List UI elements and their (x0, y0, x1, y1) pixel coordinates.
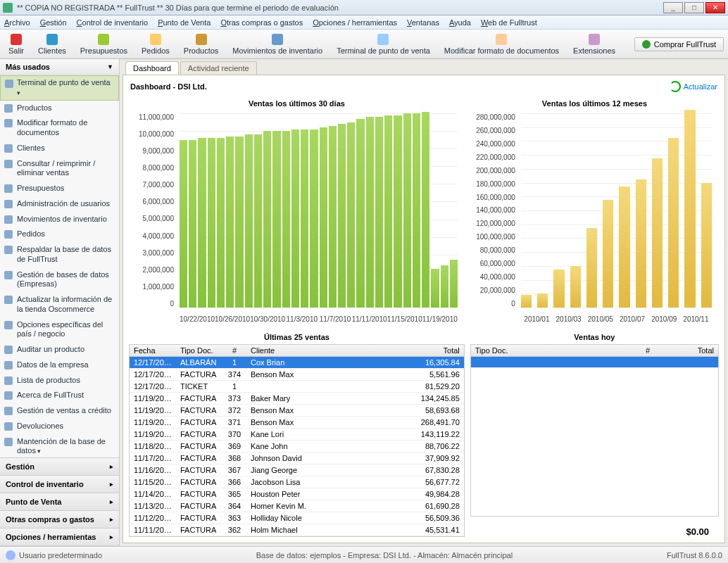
bar (403, 113, 411, 308)
sidebar-item[interactable]: Acerca de FullTrust (0, 388, 119, 403)
chart-30-plot: 11,000,00010,000,0009,000,0008,000,0007,… (129, 110, 465, 327)
bar (603, 200, 613, 308)
bar (338, 124, 346, 308)
table-row[interactable]: 12/17/2010ALBARÁN1Cox Brian16,305.84 (130, 357, 464, 369)
table-row[interactable]: 11/11/2010FACTURA362Holm Michael45,531.4… (130, 524, 464, 536)
bar (217, 138, 225, 308)
user-icon (6, 550, 15, 560)
accordion-gesti-n[interactable]: Gestión▸ (0, 458, 119, 476)
table-row[interactable]: 11/10/2010FACTURA361Holt Holly52,039.48 (130, 536, 464, 537)
tab-actividad-reciente[interactable]: Actividad reciente (180, 61, 257, 75)
toolbar-format[interactable]: Modificar formato de documentos (440, 32, 563, 56)
sidebar-item[interactable]: Mantención de la base de datos ▾ (0, 434, 119, 458)
orders-icon (150, 34, 161, 45)
table-row[interactable]: 11/12/2010FACTURA363Holliday Nicole56,50… (130, 512, 464, 524)
cart-icon (642, 40, 651, 49)
table-hoy-body[interactable] (470, 357, 719, 517)
sidebar-item[interactable]: Administración de usuarios (0, 196, 119, 212)
title-bar: ** COPIA NO REGISTRADA ** FullTrust ** 3… (0, 0, 728, 15)
table-row[interactable] (471, 357, 718, 368)
menu-control-de-inventario[interactable]: Control de inventario (77, 18, 149, 27)
sidebar-item[interactable]: Productos (0, 101, 119, 116)
bar (272, 131, 280, 308)
table-row[interactable]: 11/13/2010FACTURA364Homer Kevin M.61,690… (130, 500, 464, 512)
bar (263, 131, 271, 308)
bar (384, 115, 392, 308)
menu-ventanas[interactable]: Ventanas (407, 18, 439, 27)
menu-otras-compras-o-gastos[interactable]: Otras compras o gastos (220, 18, 303, 27)
bar (301, 129, 308, 308)
bar (366, 117, 374, 308)
sidebar-item[interactable]: Pedidos (0, 227, 119, 242)
table-row[interactable]: 11/19/2010FACTURA373Baker Mary134,245.85 (130, 393, 464, 405)
buy-fulltrust-button[interactable]: Comprar FullTrust (634, 37, 724, 51)
sidebar-item[interactable]: Auditar un producto (0, 342, 119, 358)
sidebar-item[interactable]: Movimientos de inventario (0, 212, 119, 227)
bar (570, 266, 581, 308)
status-user: Usuario predeterminado (6, 550, 102, 560)
menu-punto-de-venta[interactable]: Punto de Venta (158, 18, 211, 27)
sidebar-item[interactable]: Devoluciones (0, 419, 119, 434)
toolbar-move[interactable]: Movimientos de inventario (228, 32, 327, 56)
toolbar-ext[interactable]: Extensiones (569, 32, 620, 56)
table-25-body[interactable]: 12/17/2010ALBARÁN1Cox Brian16,305.8412/1… (129, 357, 465, 537)
table-row[interactable]: 11/17/2010FACTURA368Johnson David37,909.… (130, 453, 464, 464)
tab-dashboard[interactable]: Dashboard (125, 61, 179, 75)
bar (208, 138, 215, 308)
sidebar-item[interactable]: Actualizar la información de la tienda O… (0, 292, 119, 317)
table-row[interactable]: 11/19/2010FACTURA372Benson Max58,693.68 (130, 405, 464, 417)
toolbar-exit[interactable]: Salir (4, 32, 28, 56)
table-row[interactable]: 11/14/2010FACTURA365Houston Peter49,984.… (130, 488, 464, 500)
minimize-button[interactable]: _ (663, 2, 683, 13)
bar (375, 117, 383, 308)
accordion-opciones-herramientas[interactable]: Opciones / herramientas▸ (0, 529, 119, 546)
sidebar-item[interactable]: Clientes (0, 141, 119, 156)
bar (310, 129, 318, 308)
toolbar-orders[interactable]: Pedidos (137, 32, 174, 56)
chart-12-title: Ventas los últimos 12 meses (470, 95, 719, 110)
accordion-otras-compras-o-gastos[interactable]: Otras compras o gastos▸ (0, 511, 119, 529)
chart-30-days: Ventas los últimos 30 días 11,000,00010,… (129, 95, 465, 327)
sidebar-item[interactable]: Modificar formato de documentos (0, 115, 119, 141)
table-row[interactable]: 12/17/2010FACTURA374Benson Max5,561.96 (130, 369, 464, 381)
menu-web-de-fulltrust[interactable]: Web de Fulltrust (481, 18, 537, 27)
table-row[interactable]: 11/15/2010FACTURA366Jacobson Lisa56,677.… (130, 476, 464, 488)
toolbar-budget[interactable]: Presupuestos (76, 32, 132, 56)
sidebar-item[interactable]: Datos de la empresa (0, 358, 119, 373)
sidebar-header[interactable]: Más usados ▼ (0, 59, 119, 75)
sidebar-item[interactable]: Terminal de punto de venta ▾ (0, 75, 119, 101)
sidebar-item[interactable]: Gestión de ventas a crédito (0, 403, 119, 419)
sidebar-item[interactable]: Presupuestos (0, 181, 119, 196)
dashboard-title: Dashboard - DSI Ltd. (130, 82, 207, 91)
table-25-header: Fecha Tipo Doc. # Cliente Total (129, 344, 465, 357)
table-25-title: Últimas 25 ventas (129, 330, 465, 344)
toolbar-pos[interactable]: Terminal de punto de venta (332, 32, 434, 56)
table-row[interactable]: 11/18/2010FACTURA369Kane John88,706.22 (130, 441, 464, 453)
sidebar-item[interactable]: Lista de productos (0, 373, 119, 388)
menu-ayuda[interactable]: Ayuda (449, 18, 471, 27)
table-row[interactable]: 12/17/2010TICKET181,529.20 (130, 381, 464, 393)
accordion-punto-de-venta[interactable]: Punto de Venta▸ (0, 493, 119, 511)
window-title: ** COPIA NO REGISTRADA ** FullTrust ** 3… (17, 4, 339, 12)
table-row[interactable]: 11/19/2010FACTURA371Benson Max268,491.70 (130, 417, 464, 429)
sidebar-item[interactable]: Gestión de bases de datos (Empresas) (0, 267, 119, 293)
bar (347, 122, 355, 308)
table-row[interactable]: 11/19/2010FACTURA370Kane Lori143,119.22 (130, 429, 464, 441)
sidebar-item[interactable]: Respaldar la base de datos de FullTrust (0, 242, 119, 267)
bar (413, 113, 420, 308)
menu-opciones-herramientas[interactable]: Opciones / herramientas (313, 18, 397, 27)
bar (441, 265, 448, 308)
accordion-control-de-inventario[interactable]: Control de inventario▸ (0, 476, 119, 493)
table-row[interactable]: 11/16/2010FACTURA367Jiang George67,830.2… (130, 464, 464, 476)
refresh-link[interactable]: Actualizar (670, 81, 717, 92)
maximize-button[interactable]: □ (684, 2, 704, 13)
toolbar-clients[interactable]: Clientes (34, 32, 70, 56)
close-button[interactable]: ✕ (705, 2, 725, 13)
sidebar-item[interactable]: Opciones específicas del país / negocio (0, 317, 119, 343)
toolbar-prod[interactable]: Productos (180, 32, 223, 56)
prod-icon (196, 34, 207, 45)
menu-gesti-n[interactable]: Gestión (40, 18, 67, 27)
menu-archivo[interactable]: Archivo (4, 18, 30, 27)
sidebar-item[interactable]: Consultar / reimprimir / eliminar ventas (0, 156, 119, 182)
clients-icon (46, 34, 58, 45)
